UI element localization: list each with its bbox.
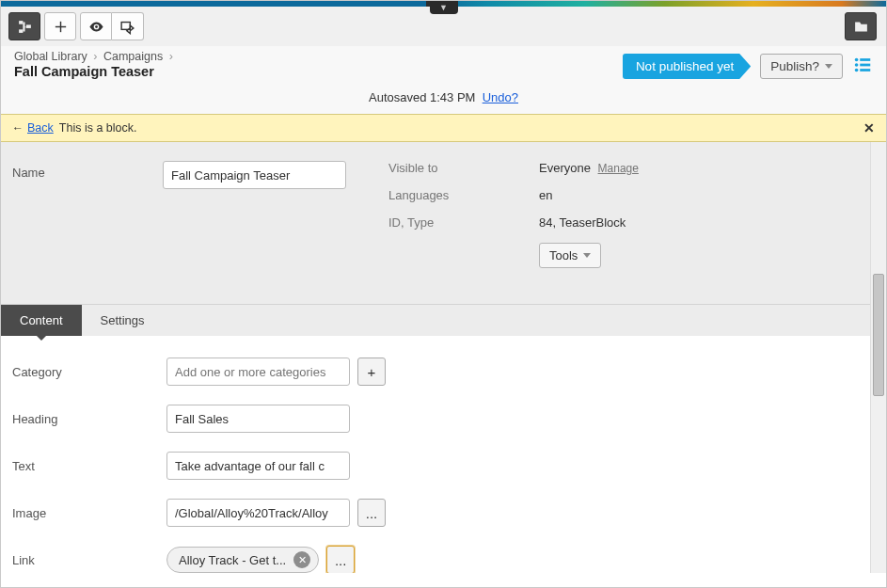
svg-rect-0	[19, 21, 23, 24]
name-input[interactable]	[163, 161, 346, 189]
header-row: Global Library › Campaigns › Fall Campai…	[1, 46, 886, 87]
image-browse-button[interactable]: ...	[357, 499, 386, 527]
breadcrumb-item[interactable]: Campaigns	[103, 50, 163, 63]
text-label: Text	[12, 459, 166, 473]
languages-label: Languages	[388, 188, 539, 202]
svg-rect-6	[860, 58, 870, 61]
chevron-right-icon: ›	[169, 50, 173, 63]
info-banner: ← Back This is a block. ✕	[1, 114, 886, 142]
tab-settings[interactable]: Settings	[82, 305, 164, 336]
tab-content[interactable]: Content	[1, 305, 82, 336]
svg-rect-2	[25, 24, 30, 28]
image-label: Image	[12, 506, 166, 520]
scrollbar[interactable]	[870, 142, 886, 573]
link-browse-button[interactable]: ...	[326, 546, 355, 573]
banner-message: This is a block.	[59, 121, 137, 135]
page-title: Fall Campaign Teaser	[14, 64, 623, 79]
add-button[interactable]	[44, 12, 76, 40]
idtype-label: ID, Type	[388, 215, 539, 230]
image-input[interactable]	[166, 499, 350, 527]
options-list-button[interactable]	[852, 55, 873, 78]
scrollbar-thumb[interactable]	[873, 274, 884, 396]
undo-link[interactable]: Undo?	[483, 90, 518, 104]
chevron-right-icon: ›	[93, 50, 97, 63]
tab-strip: Content Settings	[1, 305, 870, 336]
link-chip[interactable]: Alloy Track - Get t... ✕	[166, 547, 319, 573]
autosave-status: Autosaved 1:43 PM Undo?	[1, 87, 886, 114]
content-form: Category + Heading Text	[1, 336, 870, 573]
back-arrow-icon: ←	[12, 121, 24, 135]
compare-button[interactable]	[112, 12, 144, 40]
heading-input[interactable]	[166, 405, 350, 433]
svg-point-5	[855, 58, 859, 62]
chevron-down-icon	[825, 64, 832, 69]
category-input[interactable]	[166, 358, 350, 386]
add-category-button[interactable]: +	[357, 358, 386, 386]
idtype-value: 84, TeaserBlock	[539, 215, 626, 230]
visible-to-label: Visible to	[388, 161, 539, 175]
text-input[interactable]	[166, 452, 350, 480]
close-icon[interactable]: ✕	[863, 120, 875, 135]
heading-label: Heading	[12, 412, 166, 426]
publish-label: Publish?	[770, 59, 819, 73]
languages-value: en	[539, 188, 552, 202]
svg-point-3	[95, 25, 98, 28]
preview-button[interactable]	[80, 12, 112, 40]
svg-rect-10	[860, 69, 870, 72]
svg-rect-8	[860, 64, 870, 67]
assets-pane-button[interactable]	[845, 12, 877, 40]
remove-link-icon[interactable]: ✕	[293, 551, 310, 568]
svg-point-7	[855, 63, 859, 67]
visible-to-value: Everyone	[539, 161, 591, 175]
svg-point-9	[855, 69, 859, 72]
back-link[interactable]: Back	[27, 121, 54, 135]
name-label: Name	[12, 161, 163, 180]
info-panel: Name Visible to Everyone Manage Language…	[1, 142, 870, 305]
breadcrumb[interactable]: Global Library › Campaigns ›	[14, 50, 623, 63]
manage-link[interactable]: Manage	[598, 162, 639, 175]
svg-rect-1	[19, 29, 23, 33]
top-menu-toggle[interactable]: ▼	[430, 1, 458, 14]
category-label: Category	[12, 365, 166, 379]
tools-button[interactable]: Tools	[539, 243, 601, 268]
breadcrumb-item[interactable]: Global Library	[14, 50, 87, 63]
link-chip-text: Alloy Track - Get t...	[179, 553, 286, 567]
publish-button[interactable]: Publish?	[760, 54, 843, 79]
chevron-down-icon	[583, 253, 591, 258]
page-tree-button[interactable]	[8, 12, 40, 40]
link-label: Link	[12, 553, 166, 567]
status-badge: Not published yet	[623, 54, 751, 79]
